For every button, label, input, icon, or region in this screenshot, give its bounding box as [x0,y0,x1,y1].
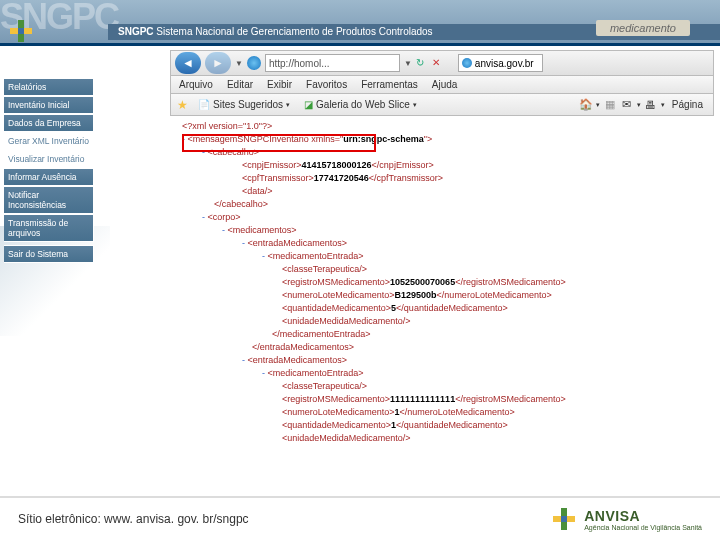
footer-site-text: Sítio eletrônico: www. anvisa. gov. br/s… [18,512,249,526]
sidebar-item-gerar-xml[interactable]: Gerar XML Inventário [4,132,94,150]
mail-icon[interactable]: ✉ [620,98,634,112]
arrow-right-icon: ► [212,56,224,70]
browser-nav-bar: ◄ ► ▼ ▼ ↻ ✕ anvisa.gov.br [170,50,714,76]
menu-exibir[interactable]: Exibir [267,79,292,90]
xml-content: <?xml version="1.0"?> - <mensagemSNGPCIn… [176,120,712,488]
webslice-icon: ◪ [304,99,313,110]
sidebar-item-sair[interactable]: Sair do Sistema [4,245,94,263]
page-icon: 📄 [198,99,210,110]
print-icon[interactable]: 🖶 [644,98,658,112]
app-header: SNGPC SNGPC Sistema Nacional de Gerencia… [0,0,720,46]
stop-icon[interactable]: ✕ [432,57,444,69]
anvisa-logo: ANVISA Agência Nacional de Vigilância Sa… [550,505,702,533]
sidebar-item-visualizar-inventario[interactable]: Visualizar Inventário [4,150,94,168]
menu-ferramentas[interactable]: Ferramentas [361,79,418,90]
menu-ajuda[interactable]: Ajuda [432,79,458,90]
sidebar-item-relatorios[interactable]: Relatórios [4,78,94,96]
menu-arquivo[interactable]: Arquivo [179,79,213,90]
sidebar-item-transmissao-arquivos[interactable]: Transmissão de arquivos [4,214,94,242]
svg-rect-5 [561,516,567,522]
back-button[interactable]: ◄ [175,52,201,74]
anvisa-brand: ANVISA [584,508,702,524]
title-bold: SNGPC [118,26,154,37]
logo-cross-icon [8,18,34,44]
footer: Sítio eletrônico: www. anvisa. gov. br/s… [0,496,720,540]
anvisa-subtitle: Agência Nacional de Vigilância Sanitá [584,524,702,531]
medicamento-badge: medicamento [596,20,690,36]
home-icon[interactable]: 🏠 [579,98,593,112]
pagina-button[interactable]: Página [668,98,707,111]
sidebar-item-notificar-inconsistencias[interactable]: Notificar Inconsistências [4,186,94,214]
feeds-icon[interactable]: ▦ [603,98,617,112]
svg-rect-2 [18,28,24,34]
highlight-box [182,134,376,152]
browser-tab[interactable]: anvisa.gov.br [458,54,543,72]
anvisa-mark-icon [550,505,578,533]
sites-sugeridos-button[interactable]: 📄 Sites Sugeridos ▾ [194,98,294,111]
sidebar-item-informar-ausencia[interactable]: Informar Ausência [4,168,94,186]
title-text: Sistema Nacional de Gerenciamento de Pro… [156,26,432,37]
ie-icon [462,58,472,68]
sidebar-item-inventario-inicial[interactable]: Inventário Inicial [4,96,94,114]
arrow-left-icon: ◄ [182,56,194,70]
sidebar-nav: Relatórios Inventário Inicial Dados da E… [4,78,94,263]
browser-toolbar: ★ 📄 Sites Sugeridos ▾ ◪ Galeria do Web S… [170,94,714,116]
sidebar-item-dados-empresa[interactable]: Dados da Empresa [4,114,94,132]
tab-label: anvisa.gov.br [475,58,534,69]
browser-menu-bar: Arquivo Editar Exibir Favoritos Ferramen… [170,76,714,94]
ie-icon [247,56,261,70]
favorites-star-icon[interactable]: ★ [177,98,188,112]
refresh-icon[interactable]: ↻ [416,57,428,69]
forward-button[interactable]: ► [205,52,231,74]
menu-editar[interactable]: Editar [227,79,253,90]
menu-favoritos[interactable]: Favoritos [306,79,347,90]
url-input[interactable] [265,54,400,72]
galeria-webslice-button[interactable]: ◪ Galeria do Web Slice ▾ [300,98,421,111]
